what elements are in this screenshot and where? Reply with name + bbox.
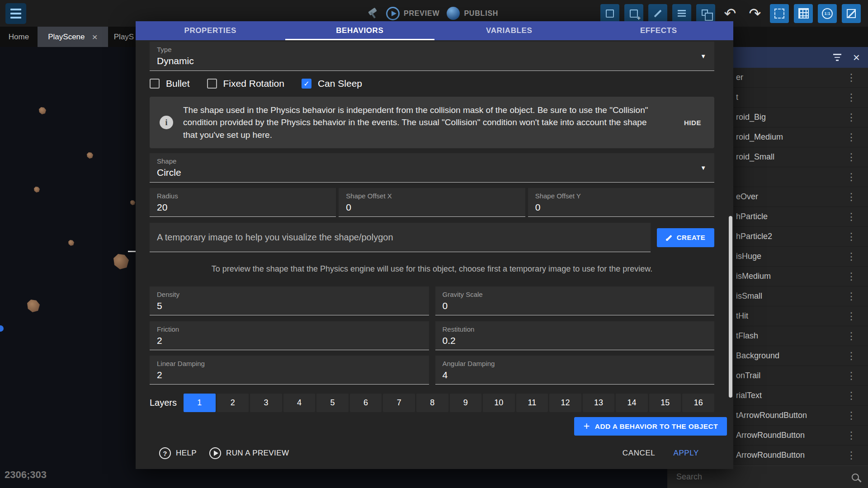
friction-field[interactable]: Friction 2 (150, 321, 429, 350)
tab-properties[interactable]: PROPERTIES (136, 21, 285, 40)
gravity-scale-field[interactable]: Gravity Scale 0 (435, 286, 715, 315)
layer-button-8[interactable]: 8 (416, 394, 448, 412)
layer-button-7[interactable]: 7 (383, 394, 415, 412)
item-menu-icon[interactable]: ⋮ (846, 151, 856, 163)
tab-playscene[interactable]: PlayScene × (38, 27, 108, 47)
tab-variables[interactable]: VARIABLES (434, 21, 584, 40)
edit-button[interactable] (648, 4, 667, 23)
shape-offset-y-field[interactable]: Shape Offset Y 0 (528, 188, 714, 217)
layer-button-3[interactable]: 3 (250, 394, 282, 412)
asteroid-sprite[interactable] (113, 254, 129, 269)
item-menu-icon[interactable]: ⋮ (846, 370, 856, 382)
layer-button-2[interactable]: 2 (217, 394, 249, 412)
radius-field[interactable]: Radius 20 (150, 188, 336, 217)
run-preview-button[interactable]: RUN A PREVIEW (209, 447, 289, 459)
item-menu-icon[interactable]: ⋮ (846, 410, 856, 422)
checkbox-bullet[interactable]: Bullet (150, 78, 190, 89)
search-input[interactable] (676, 472, 852, 482)
type-select[interactable]: Type Dynamic ▼ (150, 42, 714, 71)
item-menu-icon[interactable]: ⋮ (846, 350, 856, 362)
pencil-icon (654, 9, 662, 17)
tab-behaviors[interactable]: BEHAVIORS (285, 21, 435, 40)
dialog-scrollbar[interactable] (729, 216, 732, 398)
publish-globe-icon (447, 7, 460, 20)
restitution-field[interactable]: Restitution 0.2 (435, 321, 715, 350)
layer-button-1[interactable]: 1 (184, 394, 216, 412)
properties-list-button[interactable] (672, 4, 691, 23)
item-menu-icon[interactable]: ⋮ (846, 131, 856, 143)
add-object-button[interactable]: + (624, 4, 643, 23)
tab-home[interactable]: Home (0, 27, 38, 47)
temp-image-input[interactable] (150, 223, 651, 252)
asteroid-sprite[interactable] (39, 107, 46, 114)
create-button[interactable]: CREATE (657, 228, 714, 247)
close-icon[interactable]: × (853, 52, 860, 63)
apply-button[interactable]: APPLY (673, 449, 699, 458)
item-menu-icon[interactable]: ⋮ (846, 390, 856, 402)
item-menu-icon[interactable]: ⋮ (846, 291, 856, 302)
asteroid-sprite[interactable] (68, 240, 74, 246)
layer-button-6[interactable]: 6 (350, 394, 382, 412)
item-menu-icon[interactable]: ⋮ (846, 430, 856, 441)
zoom-reset-button[interactable]: 1:1 (818, 4, 837, 23)
checkbox-can-sleep[interactable]: ✓ Can Sleep (302, 78, 362, 89)
layer-button-16[interactable]: 16 (682, 394, 714, 412)
linear-damping-field[interactable]: Linear Damping 2 (150, 356, 429, 385)
shape-offset-x-field[interactable]: Shape Offset X 0 (339, 188, 525, 217)
publish-button[interactable]: PUBLISH (447, 7, 498, 20)
item-menu-icon[interactable]: ⋮ (846, 171, 856, 183)
shape-select[interactable]: Shape Circle ▼ (150, 153, 714, 183)
layer-button-9[interactable]: 9 (450, 394, 482, 412)
hide-button[interactable]: HIDE (671, 119, 714, 127)
item-menu-icon[interactable]: ⋮ (846, 191, 856, 203)
layer-button-11[interactable]: 11 (516, 394, 548, 412)
asteroid-sprite[interactable] (27, 300, 40, 312)
dialog-tabbar: PROPERTIES BEHAVIORS VARIABLES EFFECTS (136, 21, 733, 40)
project-manager-button[interactable] (5, 3, 26, 24)
preview-button[interactable]: PREVIEW (386, 7, 439, 20)
app-root: PREVIEW PUBLISH + ↶ ↷ 1:1 Home PlayScene… (0, 0, 868, 488)
undo-button[interactable]: ↶ (720, 4, 740, 23)
item-menu-icon[interactable]: ⋮ (846, 211, 856, 223)
layer-button-14[interactable]: 14 (616, 394, 648, 412)
item-menu-icon[interactable]: ⋮ (846, 251, 856, 263)
redo-button[interactable]: ↷ (745, 4, 765, 23)
layer-button-15[interactable]: 15 (649, 394, 681, 412)
layer-button-10[interactable]: 10 (483, 394, 515, 412)
scene-properties-button[interactable] (842, 4, 861, 23)
instances-list-button[interactable] (696, 4, 715, 23)
item-menu-icon[interactable]: ⋮ (846, 450, 856, 461)
item-menu-icon[interactable]: ⋮ (846, 92, 856, 103)
select-tool-button[interactable] (770, 4, 789, 23)
layer-button-13[interactable]: 13 (583, 394, 615, 412)
layer-button-4[interactable]: 4 (283, 394, 316, 412)
debugger-icon[interactable] (367, 8, 379, 19)
layer-button-5[interactable]: 5 (316, 394, 349, 412)
item-menu-icon[interactable]: ⋮ (846, 330, 856, 342)
asteroid-sprite[interactable] (130, 200, 135, 205)
asteroid-sprite[interactable] (87, 152, 93, 159)
close-icon[interactable]: × (92, 32, 98, 42)
item-menu-icon[interactable]: ⋮ (846, 310, 856, 322)
instance-marker[interactable] (0, 325, 4, 332)
cancel-button[interactable]: CANCEL (623, 449, 656, 458)
help-button[interactable]: ? HELP (159, 447, 197, 459)
item-menu-icon[interactable]: ⋮ (846, 271, 856, 282)
type-value: Dynamic (157, 56, 707, 66)
grid-toggle-button[interactable] (794, 4, 813, 23)
item-menu-icon[interactable]: ⋮ (846, 112, 856, 123)
tab-effects[interactable]: EFFECTS (584, 21, 734, 40)
tab-playscene-2[interactable]: PlayS (108, 27, 140, 47)
add-behavior-button[interactable]: + ADD A BEHAVIOR TO THE OBJECT (574, 417, 727, 436)
checkbox-fixed-rotation[interactable]: Fixed Rotation (207, 78, 284, 89)
item-menu-icon[interactable]: ⋮ (846, 72, 856, 84)
density-field[interactable]: Density 5 (150, 286, 429, 315)
layer-button-12[interactable]: 12 (549, 394, 581, 412)
type-label: Type (157, 46, 707, 53)
filter-icon[interactable] (833, 54, 841, 61)
angular-damping-field[interactable]: Angular Damping 4 (435, 356, 715, 385)
dialog-footer: ? HELP RUN A PREVIEW CANCEL APPLY (150, 442, 714, 464)
objects-editor-button[interactable] (600, 4, 619, 23)
asteroid-sprite[interactable] (34, 187, 40, 192)
item-menu-icon[interactable]: ⋮ (846, 231, 856, 243)
